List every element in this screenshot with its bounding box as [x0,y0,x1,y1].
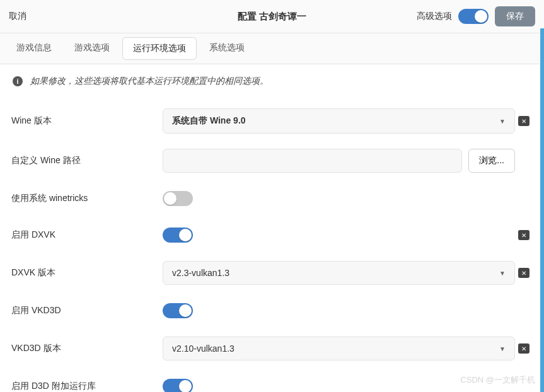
window-title: 配置 古剑奇谭一 [238,11,306,23]
window-header: 取消 配置 古剑奇谭一 高级选项 保存 [0,0,544,33]
chevron-down-icon: ▼ [499,270,506,277]
info-banner: i 如果修改，这些选项将取代基本运行环境配置中的相同选项。 [0,64,544,101]
wine-version-label: Wine 版本 [11,115,163,127]
custom-wine-label: 自定义 Wine 路径 [11,155,163,166]
chevron-down-icon: ▼ [499,118,506,125]
cancel-button[interactable]: 取消 [9,11,26,22]
info-text: 如果修改，这些选项将取代基本运行环境配置中的相同选项。 [30,76,269,87]
dxvk-version-label: DXVK 版本 [11,267,163,279]
tab-game-info[interactable]: 游戏信息 [6,37,62,60]
vkd3d-version-select[interactable]: v2.10-vulkan1.3 ▼ [163,337,515,360]
enable-dxvk-label: 启用 DXVK [11,229,163,241]
advanced-options-label: 高级选项 [417,11,452,22]
tab-runner-opts[interactable]: 运行环境选项 [122,37,197,60]
enable-vkd3d-toggle[interactable] [163,303,193,318]
advanced-options-toggle[interactable] [458,9,489,24]
enable-vkd3d-label: 启用 VKD3D [11,305,163,316]
enable-d3d-extras-label: 启用 D3D 附加运行库 [11,381,163,392]
enable-d3d-extras-toggle[interactable] [163,379,193,392]
reset-icon[interactable]: ✕ [518,230,530,240]
system-winetricks-toggle[interactable] [163,191,193,206]
wine-version-select[interactable]: 系统自带 Wine 9.0 ▼ [163,108,515,134]
browse-button[interactable]: 浏览... [468,149,515,173]
tab-bar: 游戏信息 游戏选项 运行环境选项 系统选项 [0,33,544,64]
window-edge [540,28,544,392]
reset-icon[interactable]: ✕ [518,343,530,354]
dxvk-version-select[interactable]: v2.3-vulkan1.3 ▼ [163,261,515,285]
save-button[interactable]: 保存 [495,6,535,26]
enable-dxvk-toggle[interactable] [163,228,193,243]
tab-game-opts[interactable]: 游戏选项 [64,37,120,60]
chevron-down-icon: ▼ [499,345,506,352]
content-scroll-area[interactable]: i 如果修改，这些选项将取代基本运行环境配置中的相同选项。 Wine 版本 系统… [0,64,544,392]
system-winetricks-label: 使用系统 winetricks [11,193,163,204]
info-icon: i [13,76,23,86]
custom-wine-input[interactable] [163,149,462,173]
vkd3d-version-label: VKD3D 版本 [11,343,163,354]
tab-system-opts[interactable]: 系统选项 [199,37,255,60]
reset-icon[interactable]: ✕ [518,268,530,278]
reset-icon[interactable]: ✕ [518,116,530,126]
